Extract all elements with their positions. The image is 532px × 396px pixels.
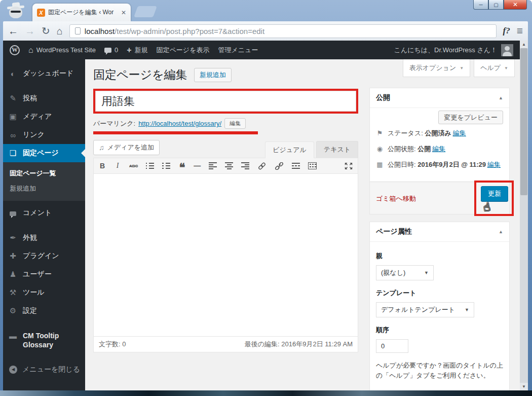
submenu-item-add-new[interactable]: 新規追加 <box>3 181 85 196</box>
edit-visibility-link[interactable]: 編集 <box>432 145 445 153</box>
glossary-plugin-icon: ▬ <box>8 331 18 341</box>
browser-menu-icon[interactable]: ≡ <box>517 25 523 37</box>
add-new-button[interactable]: 新規追加 <box>194 68 232 82</box>
visibility-label: 公開状態: <box>388 145 416 153</box>
sidebar-item-comments[interactable]: コメント <box>3 204 85 222</box>
sidebar-item-pages[interactable]: ❏固定ページ <box>3 144 85 162</box>
panel-toggle-icon[interactable]: ▲ <box>499 229 503 234</box>
sidebar-item-plugins[interactable]: ✚プラグイン <box>3 247 85 265</box>
sidebar-item-posts[interactable]: ✎投稿 <box>3 89 85 107</box>
comment-bubble-icon <box>8 209 18 218</box>
align-right-icon[interactable] <box>241 162 249 169</box>
permalink-edit-button[interactable]: 編集 <box>224 118 246 129</box>
extension-icon[interactable]: f? <box>503 26 510 36</box>
panel-toggle-icon[interactable]: ▲ <box>499 95 503 100</box>
users-icon: ♟ <box>8 270 18 279</box>
sidebar-item-settings[interactable]: ⚙設定 <box>3 302 85 320</box>
url-text[interactable]: localhost/test/wp-admin/post.php?post=7&… <box>85 27 264 35</box>
numbered-list-icon[interactable] <box>162 162 170 169</box>
toolbar-toggle-icon[interactable] <box>308 162 317 169</box>
blockquote-icon[interactable]: ❝ <box>178 162 185 169</box>
editor-toolbar: B I ABC ❝ — <box>93 158 358 174</box>
insert-link-icon[interactable] <box>257 162 267 169</box>
more-tag-icon[interactable] <box>292 162 300 169</box>
reload-icon[interactable]: ↻ <box>42 26 50 36</box>
page-scrollbar[interactable]: ▲ ▼ <box>520 41 528 390</box>
align-center-icon[interactable] <box>225 162 233 169</box>
scroll-up-icon[interactable]: ▲ <box>520 41 528 48</box>
word-count-label: 文字数: <box>99 340 121 348</box>
tab-text[interactable]: テキスト <box>316 141 358 158</box>
strikethrough-icon[interactable]: ABC <box>129 162 138 169</box>
status-pin-icon: ⚑ <box>376 129 384 138</box>
browser-tab[interactable]: X 固定ページを編集 ‹ Wor ✕ <box>32 4 131 21</box>
template-select[interactable]: デフォルトテンプレート▼ <box>376 302 474 317</box>
submenu-item-all-pages[interactable]: 固定ページ一覧 <box>3 166 85 181</box>
home-icon[interactable]: ⌂ <box>57 26 63 36</box>
screen-options-button[interactable]: 表示オプション▼ <box>403 59 470 77</box>
back-icon[interactable]: ← <box>8 26 18 36</box>
sidebar-label: 外観 <box>23 233 37 242</box>
scroll-down-icon[interactable]: ▼ <box>520 383 528 390</box>
maximize-button[interactable]: ▢ <box>488 0 504 10</box>
sidebar-item-links[interactable]: ∞リンク <box>3 126 85 144</box>
move-to-trash-link[interactable]: ゴミ箱へ移動 <box>376 194 416 203</box>
editor-content-area[interactable] <box>93 174 358 336</box>
page-title: 固定ページを編集 <box>93 67 187 83</box>
post-title-input[interactable] <box>95 91 356 112</box>
horizontal-rule-icon[interactable]: — <box>194 162 201 169</box>
update-button[interactable]: 更新 <box>481 186 508 201</box>
adminbar-site-link[interactable]: ⌂WordPress Test Site <box>28 46 96 55</box>
wordpress-logo-icon[interactable]: W <box>10 45 20 55</box>
bulleted-list-icon[interactable] <box>146 162 154 169</box>
adminbar-comments[interactable]: 0 <box>104 46 118 54</box>
parent-select[interactable]: (親なし)▼ <box>376 265 434 280</box>
tab-close-icon[interactable]: ✕ <box>121 9 126 16</box>
sidebar-item-appearance[interactable]: ✒外観 <box>3 229 85 247</box>
new-tab-button[interactable] <box>134 6 157 17</box>
add-media-button[interactable]: ♫メディアを追加 <box>93 140 160 155</box>
media-icon: ▣ <box>8 112 18 121</box>
adminbar-view-page[interactable]: 固定ページを表示 <box>157 46 210 55</box>
address-bar[interactable]: localhost/test/wp-admin/post.php?post=7&… <box>69 24 497 38</box>
sidebar-label: 設定 <box>23 306 37 315</box>
adminbar-admin-menu[interactable]: 管理メニュー <box>218 46 258 55</box>
date-label: 公開日時: <box>388 161 416 168</box>
order-input[interactable] <box>376 339 408 353</box>
word-count-value: 0 <box>122 340 126 348</box>
sidebar-item-users[interactable]: ♟ユーザー <box>3 265 85 283</box>
fullscreen-icon[interactable] <box>345 162 353 169</box>
help-button[interactable]: ヘルプ▼ <box>474 59 515 77</box>
page-icon <box>75 27 81 34</box>
status-value: 公開済み <box>425 129 451 137</box>
align-left-icon[interactable] <box>209 162 217 169</box>
edit-status-link[interactable]: 編集 <box>453 129 466 137</box>
browser-toolbar: ← → ↻ ⌂ localhost/test/wp-admin/post.php… <box>3 21 528 41</box>
sidebar-item-cm-tooltip-glossary[interactable]: ▬CM Tooltip Glossary <box>3 327 85 354</box>
sidebar-label: ツール <box>23 288 45 297</box>
close-button[interactable]: ✕ <box>504 0 527 10</box>
collapse-icon: ◀ <box>9 366 17 374</box>
sidebar-item-dashboard[interactable]: ◐ダッシュボード <box>3 64 85 83</box>
greeting-text[interactable]: こんにちは、Dr.WordPress さん！ <box>394 46 497 55</box>
permalink-url-link[interactable]: http://localhost/test/glossary/ <box>138 120 221 127</box>
forward-icon[interactable]: → <box>25 26 35 36</box>
tab-visual[interactable]: ビジュアル <box>265 141 314 158</box>
preview-changes-button[interactable]: 変更をプレビュー <box>438 111 503 124</box>
scrollbar-thumb[interactable] <box>520 48 527 195</box>
adminbar-new[interactable]: +新規 <box>127 46 147 55</box>
page-attributes-title: ページ属性 <box>376 227 412 236</box>
sidebar-item-collapse-menu[interactable]: ◀メニューを閉じる <box>3 361 85 379</box>
pages-icon: ❏ <box>8 149 18 158</box>
remove-link-icon[interactable] <box>275 162 284 169</box>
sidebar-label: リンク <box>23 130 45 139</box>
italic-icon[interactable]: I <box>114 162 121 169</box>
sidebar-item-media[interactable]: ▣メディア <box>3 107 85 126</box>
edit-date-link[interactable]: 編集 <box>487 161 501 168</box>
minimize-button[interactable]: ─ <box>473 0 488 10</box>
sidebar-item-tools[interactable]: ⚒ツール <box>3 283 85 302</box>
user-avatar[interactable] <box>501 44 513 56</box>
publish-panel-footer: ゴミ箱へ移動 更新 ☝ <box>370 182 509 214</box>
order-label: 順序 <box>376 326 503 335</box>
bold-icon[interactable]: B <box>99 162 106 169</box>
